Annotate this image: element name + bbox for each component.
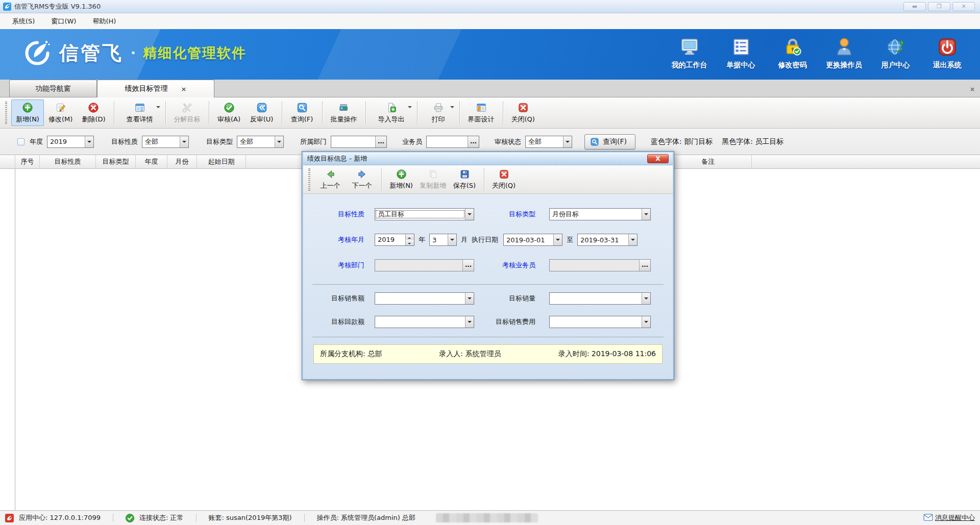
banner-action-documents[interactable]: 单据中心 (715, 35, 767, 70)
chevron-down-icon[interactable] (642, 293, 650, 304)
brand-separator: · (131, 45, 136, 61)
close-icon (518, 102, 529, 113)
tab-function-nav[interactable]: 功能导航窗 (9, 80, 97, 97)
chevron-down-icon[interactable] (553, 234, 562, 245)
toolbar-edit-button[interactable]: 修改(M) (44, 99, 77, 126)
exec-end-combo[interactable]: 2019-03-31 (577, 234, 638, 246)
chevron-down-icon[interactable] (85, 136, 93, 147)
dialog-copy-add-button[interactable]: 复制新增 (417, 169, 449, 190)
exec-start-combo[interactable]: 2019-03-01 (503, 234, 562, 246)
banner-action-exit[interactable]: 退出系统 (921, 35, 973, 70)
toolbar-query-button[interactable]: 查询(F) (286, 99, 318, 126)
tab-performance-targets[interactable]: 绩效目标管理 × (97, 80, 214, 97)
dialog-next-button[interactable]: 下一个 (346, 169, 378, 190)
sales-qty-combo[interactable] (549, 292, 651, 305)
chevron-down-icon[interactable] (465, 316, 474, 328)
type-filter-combo[interactable]: 全部 (237, 136, 284, 148)
chevron-down-icon[interactable] (642, 316, 650, 328)
payment-combo[interactable] (375, 316, 474, 328)
toolbar-view-detail-button[interactable]: 查看详情 (118, 99, 162, 126)
nature-combo[interactable]: 员工目标 (375, 208, 474, 220)
chevron-down-icon[interactable] (180, 136, 188, 147)
legend-blue-text: 蓝色字体: 部门目标 (651, 137, 713, 146)
grid-col-selector[interactable] (0, 155, 15, 169)
year-checkbox[interactable] (17, 138, 24, 145)
nature-filter-combo[interactable]: 全部 (142, 136, 189, 148)
tab-close-icon[interactable]: × (181, 85, 187, 93)
dropdown-caret-icon[interactable] (408, 106, 412, 110)
type-combo[interactable]: 月份目标 (549, 208, 651, 220)
audit-filter-combo[interactable]: 全部 (525, 136, 572, 148)
message-center-link[interactable]: 消息提醒中心 (923, 513, 975, 522)
ellipsis-picker-icon[interactable]: … (468, 136, 479, 147)
ellipsis-picker-icon[interactable]: … (462, 260, 474, 271)
year-unit-label: 年 (419, 235, 425, 244)
chevron-down-icon[interactable] (563, 136, 572, 147)
grid-col-month[interactable]: 月份 (167, 155, 197, 169)
chevron-down-icon[interactable] (465, 293, 474, 304)
grid-col-year[interactable]: 年度 (136, 155, 167, 169)
toolbar-ui-design-button[interactable]: 界面设计 (463, 99, 499, 126)
toolbar-grip (308, 168, 310, 191)
toolbar-delete-button[interactable]: 删除(D) (77, 99, 110, 126)
toolbar-batch-button[interactable]: 批量操作 (326, 99, 362, 126)
chevron-down-icon[interactable] (275, 136, 283, 147)
dropdown-caret-icon[interactable] (450, 106, 454, 110)
minimize-button[interactable]: ▬ (903, 2, 926, 11)
grid-col-type[interactable]: 目标类型 (96, 155, 136, 169)
salesman-field-label: 考核业务员 (474, 261, 535, 270)
chevron-down-icon[interactable] (465, 209, 474, 220)
tabbar-close-icon[interactable]: × (970, 86, 975, 93)
menu-help[interactable]: 帮助(H) (85, 15, 123, 28)
dept-picker[interactable]: … (375, 259, 474, 271)
chevron-down-icon[interactable] (642, 209, 650, 220)
banner-action-workbench[interactable]: 我的工作台 (664, 35, 715, 70)
dropdown-caret-icon[interactable] (156, 106, 160, 110)
menu-bar: 系统(S) 窗口(W) 帮助(H) (0, 13, 980, 29)
grid-col-nature[interactable]: 目标性质 (40, 155, 96, 169)
toolbar-decompose-button[interactable]: 分解目标 (169, 99, 205, 126)
menu-system[interactable]: 系统(S) (5, 15, 42, 28)
ellipsis-picker-icon[interactable]: … (375, 136, 386, 147)
spin-up-icon[interactable] (406, 234, 414, 240)
query-button[interactable]: 查询(F) (584, 134, 635, 149)
chevron-down-icon[interactable] (628, 234, 637, 245)
year-spinner[interactable]: 2019 (375, 234, 414, 246)
grid-col-seq[interactable]: 序号 (15, 155, 40, 169)
dialog-save-button[interactable]: 保存(S) (449, 169, 480, 190)
year-filter-combo[interactable]: 2019 (47, 136, 94, 148)
banner-action-user-center[interactable]: 用户中心 (870, 35, 921, 70)
dialog-add-button[interactable]: 新增(N) (385, 169, 417, 190)
ellipsis-picker-icon[interactable]: … (639, 260, 650, 271)
spin-down-icon[interactable] (406, 240, 414, 245)
salesman-filter-field[interactable]: … (426, 136, 479, 148)
dept-filter-field[interactable]: … (331, 136, 387, 148)
toolbar-import-export-button[interactable]: 导入导出 (370, 99, 413, 126)
sales-amount-combo[interactable] (375, 292, 474, 305)
toolbar-approve-button[interactable]: 审核(A) (213, 99, 246, 126)
banner-action-change-password[interactable]: 修改密码 (767, 35, 818, 70)
dialog-close-button[interactable]: X (647, 154, 669, 163)
salesman-picker[interactable]: … (549, 259, 651, 271)
dialog-close-toolbar-button[interactable]: 关闭(Q) (488, 169, 520, 190)
restore-button[interactable]: ❐ (928, 2, 950, 11)
audit-filter-label: 审核状态 (495, 137, 521, 146)
grid-col-start-date[interactable]: 起始日期 (197, 155, 246, 169)
arrow-right-icon (357, 169, 368, 180)
toolbar-unapprove-button[interactable]: 反审(U) (246, 99, 278, 126)
month-combo[interactable]: 3 (429, 234, 457, 246)
banner-action-switch-operator[interactable]: 更换操作员 (818, 35, 870, 70)
expense-combo[interactable] (549, 316, 651, 328)
dialog-titlebar[interactable]: 绩效目标信息 - 新增 X (303, 153, 673, 165)
app-logo-icon (3, 3, 11, 11)
chevron-down-icon[interactable] (448, 234, 456, 245)
grid-col-remark[interactable]: 备注 (665, 155, 752, 169)
sales-qty-label: 目标销量 (474, 294, 535, 303)
dialog-prev-button[interactable]: 上一个 (314, 169, 346, 190)
window-titlebar: 信管飞RMS专业版 V9.1.360 ▬ ❐ ✕ (0, 0, 980, 13)
close-window-button[interactable]: ✕ (952, 2, 975, 11)
toolbar-close-button[interactable]: 关闭(Q) (507, 99, 540, 126)
menu-window[interactable]: 窗口(W) (44, 15, 83, 28)
toolbar-add-button[interactable]: 新增(N) (11, 99, 44, 126)
toolbar-print-button[interactable]: 打印 (421, 99, 456, 126)
